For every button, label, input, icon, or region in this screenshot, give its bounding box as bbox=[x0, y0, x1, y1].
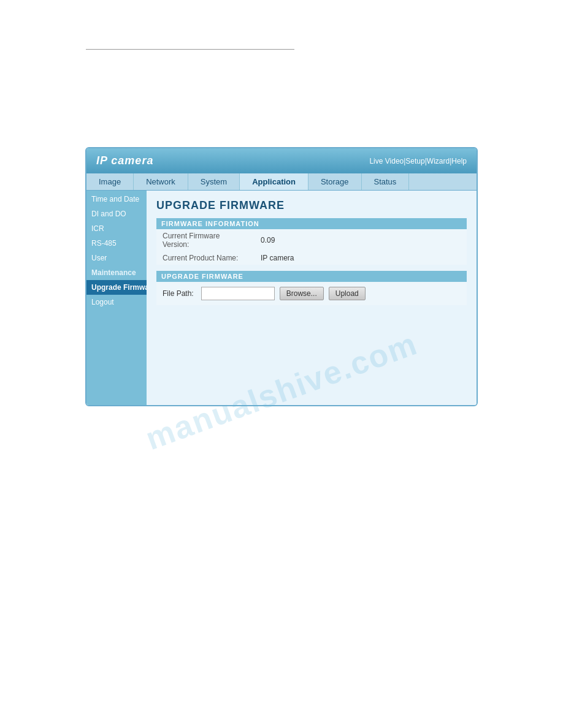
sidebar-item-logout[interactable]: Logout bbox=[86, 295, 147, 309]
sidebar-item-user[interactable]: User bbox=[86, 251, 147, 265]
sidebar-item-icr[interactable]: ICR bbox=[86, 221, 147, 236]
firmware-info-table: Current Firmware Version: 0.09 Current P… bbox=[156, 229, 467, 265]
main-content: Time and Date DI and DO ICR RS-485 User … bbox=[86, 191, 477, 405]
tab-bar: Image Network System Application Storage… bbox=[86, 173, 477, 191]
sidebar-section-maintenance[interactable]: Maintenance bbox=[86, 265, 147, 280]
tab-network[interactable]: Network bbox=[134, 173, 188, 190]
browse-button[interactable]: Browse... bbox=[280, 287, 324, 300]
wizard-link[interactable]: Wizard bbox=[427, 157, 450, 165]
page-heading: UPGRADE FIRMWARE bbox=[156, 199, 467, 212]
camera-ui-container: IP camera Live Video|Setup|Wizard|Help I… bbox=[85, 147, 478, 406]
firmware-info-header: FIRMWARE INFORMATION bbox=[156, 218, 467, 229]
tab-application[interactable]: Application bbox=[240, 173, 308, 190]
firmware-version-value: 0.09 bbox=[255, 229, 467, 251]
sidebar-item-rs-485[interactable]: RS-485 bbox=[86, 236, 147, 251]
upgrade-firmware-row: File Path: Browse... Upload bbox=[156, 282, 467, 305]
setup-link[interactable]: Setup bbox=[405, 157, 424, 165]
tab-storage[interactable]: Storage bbox=[308, 173, 362, 190]
tab-system[interactable]: System bbox=[188, 173, 240, 190]
content-panel: UPGRADE FIRMWARE FIRMWARE INFORMATION Cu… bbox=[147, 191, 477, 405]
app-title: IP camera bbox=[96, 154, 153, 167]
file-path-label: File Path: bbox=[163, 289, 194, 298]
sidebar-item-time-and-date[interactable]: Time and Date bbox=[86, 192, 147, 207]
live-video-link[interactable]: Live Video bbox=[369, 157, 404, 165]
sidebar-item-upgrade-firmware[interactable]: Upgrade Firmware bbox=[86, 280, 147, 295]
sidebar: Time and Date DI and DO ICR RS-485 User … bbox=[86, 191, 147, 405]
help-link[interactable]: Help bbox=[451, 157, 467, 165]
upload-button[interactable]: Upload bbox=[329, 287, 366, 300]
header-navigation: Live Video|Setup|Wizard|Help bbox=[369, 157, 467, 165]
firmware-version-row: Current Firmware Version: 0.09 bbox=[156, 229, 467, 251]
header-bar: IP camera Live Video|Setup|Wizard|Help bbox=[86, 148, 477, 173]
top-divider bbox=[86, 49, 294, 50]
tab-status[interactable]: Status bbox=[362, 173, 410, 190]
upgrade-firmware-header: UPGRADE FIRMWARE bbox=[156, 271, 467, 282]
product-name-label: Current Product Name: bbox=[156, 251, 255, 265]
product-name-row: Current Product Name: IP camera bbox=[156, 251, 467, 265]
sidebar-item-di-and-do[interactable]: DI and DO bbox=[86, 207, 147, 221]
firmware-version-label: Current Firmware Version: bbox=[156, 229, 255, 251]
tab-image[interactable]: Image bbox=[86, 173, 134, 190]
product-name-value: IP camera bbox=[255, 251, 467, 265]
file-path-input[interactable] bbox=[201, 287, 275, 300]
